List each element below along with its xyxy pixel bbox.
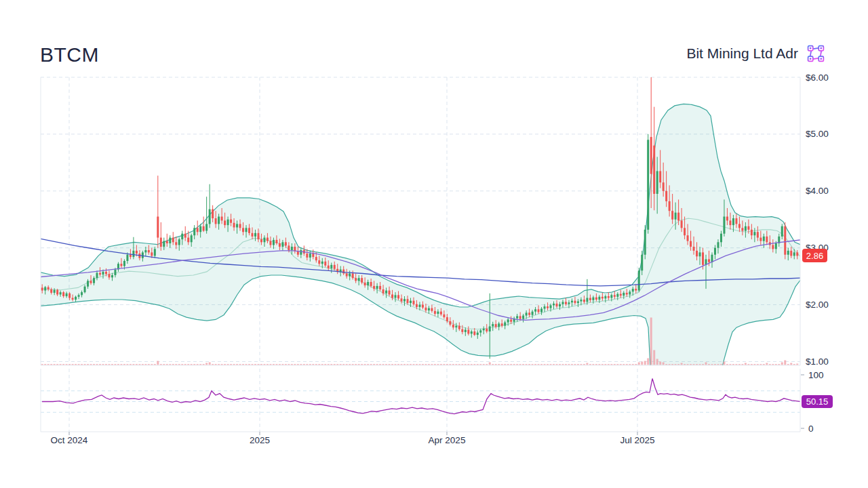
- candle-body: [187, 238, 189, 243]
- volume-bar: [681, 363, 683, 365]
- volume-bar: [209, 363, 211, 365]
- volume-bar: [260, 364, 262, 365]
- candle-body: [178, 239, 180, 245]
- candle-body: [288, 245, 290, 250]
- volume-bar: [699, 364, 701, 365]
- volume-bar: [425, 364, 427, 365]
- volume-bar: [389, 364, 391, 365]
- date-axis-label: Apr 2025: [429, 435, 466, 445]
- date-axis-label: Jul 2025: [620, 435, 654, 445]
- stock-chart[interactable]: $6.00$5.00$4.00$3.00$2.00$1.001000Oct 20…: [0, 0, 868, 488]
- candle-body: [352, 273, 354, 278]
- candle-body: [504, 323, 506, 326]
- volume-bar: [638, 363, 640, 365]
- volume-bar: [495, 364, 497, 365]
- volume-bar: [291, 364, 293, 365]
- volume-bar: [608, 364, 610, 365]
- candle-body: [342, 270, 344, 274]
- candle-body: [669, 201, 671, 211]
- volume-bar: [373, 364, 375, 365]
- volume-bar: [434, 364, 436, 365]
- volume-bar: [550, 364, 552, 365]
- volume-bar: [157, 361, 159, 365]
- candle-body: [382, 289, 384, 293]
- candle-body: [528, 312, 530, 314]
- candle-body: [790, 251, 792, 256]
- volume-bar: [252, 364, 254, 365]
- candle-body: [741, 228, 743, 230]
- volume-bar: [148, 364, 150, 365]
- candle-body: [772, 245, 774, 249]
- candle-body: [753, 232, 755, 235]
- volume-bar: [467, 364, 469, 365]
- candle-body: [787, 251, 789, 255]
- candle-body: [193, 228, 195, 235]
- candle-body: [267, 238, 269, 241]
- candle-body: [684, 228, 686, 235]
- volume-bar: [93, 364, 95, 365]
- candle-body: [361, 278, 363, 283]
- candle-body: [151, 252, 153, 256]
- candle-body: [586, 298, 588, 302]
- volume-bar: [84, 364, 86, 365]
- candle-body: [784, 226, 786, 255]
- volume-bar: [248, 364, 250, 365]
- volume-bar: [418, 364, 420, 365]
- candle-body: [373, 286, 375, 289]
- volume-bar: [199, 364, 201, 365]
- price-axis-label: $6.00: [806, 73, 829, 83]
- volume-bar: [483, 364, 485, 365]
- candle-body: [598, 297, 600, 300]
- volume-bar: [544, 364, 546, 365]
- candle-body: [793, 252, 795, 256]
- candle-body: [681, 220, 683, 228]
- volume-bar: [132, 364, 134, 365]
- volume-bar: [656, 359, 658, 365]
- candle-body: [446, 317, 448, 321]
- volume-bar: [690, 364, 692, 365]
- price-axis-label: $5.00: [806, 129, 829, 139]
- candle-body: [477, 333, 479, 335]
- volume-bar: [215, 364, 217, 365]
- volume-bar: [620, 364, 622, 365]
- candle-body: [367, 282, 369, 285]
- candle-body: [96, 273, 98, 279]
- volume-bar: [589, 364, 591, 365]
- volume-bar: [677, 364, 679, 365]
- volume-bar: [598, 364, 600, 365]
- volume-bar: [239, 364, 241, 365]
- volume-bar: [769, 364, 771, 365]
- candle-body: [370, 282, 372, 286]
- candle-body: [498, 323, 500, 327]
- volume-bar: [136, 364, 138, 365]
- candle-body: [191, 235, 193, 242]
- candle-body: [781, 226, 783, 237]
- volume-bar: [72, 364, 74, 365]
- candle-body: [766, 237, 768, 242]
- volume-bar: [90, 364, 92, 365]
- candle-body: [203, 226, 205, 231]
- volume-bar: [178, 364, 180, 365]
- volume-bar: [105, 364, 107, 365]
- candle-body: [157, 217, 159, 238]
- candle-body: [275, 240, 277, 243]
- candle-body: [507, 319, 509, 322]
- candle-body: [604, 296, 606, 298]
- candle-body: [665, 191, 667, 201]
- candle-body: [583, 300, 585, 302]
- candle-body: [395, 295, 397, 298]
- candle-body: [434, 311, 436, 314]
- candle-body: [376, 286, 378, 289]
- volume-bar: [410, 364, 412, 365]
- volume-bar: [154, 364, 156, 365]
- candle-body: [449, 321, 451, 325]
- volume-bar: [267, 364, 269, 365]
- volume-bar: [269, 364, 271, 365]
- volume-bar: [172, 364, 174, 365]
- candle-body: [105, 272, 107, 274]
- candle-body: [571, 301, 573, 303]
- volume-bar: [659, 362, 661, 365]
- volume-bar: [397, 364, 399, 365]
- candle-body: [233, 223, 235, 228]
- candle-body: [471, 331, 473, 333]
